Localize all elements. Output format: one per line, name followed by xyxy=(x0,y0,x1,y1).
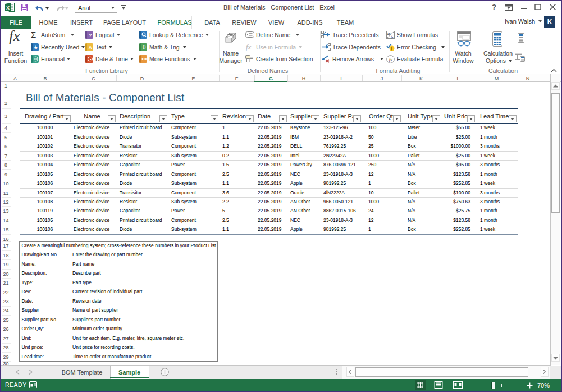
svg-text:★: ★ xyxy=(33,44,38,51)
svg-text:fx: fx xyxy=(389,57,392,62)
svg-text:X: X xyxy=(6,5,10,11)
svg-text:θ: θ xyxy=(143,44,146,51)
svg-text:A: A xyxy=(88,45,92,51)
svg-text:?: ? xyxy=(89,33,92,38)
svg-text:fx: fx xyxy=(391,35,394,39)
